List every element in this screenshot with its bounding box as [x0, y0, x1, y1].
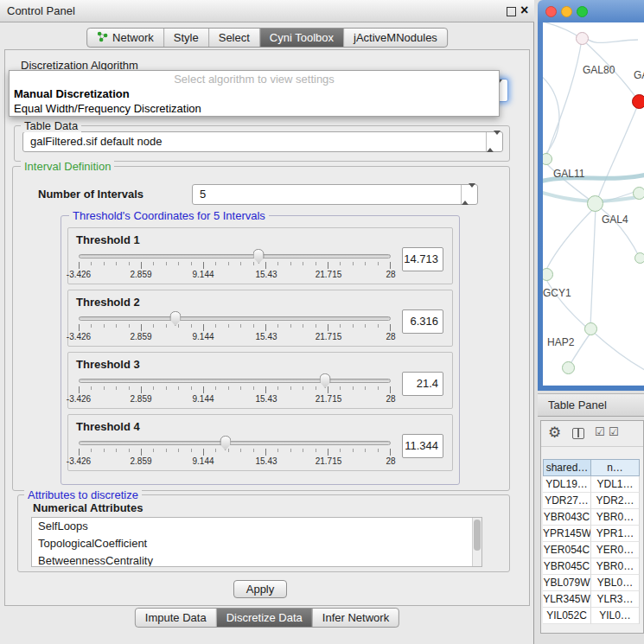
table-row[interactable]: YDL19…YDL1…: [543, 476, 641, 493]
cell[interactable]: YDL1…: [591, 476, 640, 493]
num-intervals-spinner[interactable]: 5: [192, 184, 478, 205]
cell[interactable]: YBR045C: [543, 558, 591, 575]
tab-cyni-toolbox[interactable]: Cyni Toolbox: [259, 29, 343, 47]
scale-label: -3.426: [67, 332, 91, 341]
interval-definition-title: Interval Definition: [21, 160, 114, 173]
slider-track[interactable]: [79, 316, 391, 321]
scale-label: 2.859: [130, 456, 151, 466]
algorithm-placeholder-option[interactable]: Select algorithm to view settings: [10, 73, 499, 86]
scale-label: 21.715: [316, 456, 342, 466]
slider-ticks: [79, 324, 391, 331]
node-label-gcy1[interactable]: GCY1: [543, 287, 571, 299]
table-row[interactable]: YIL052CYIL0…: [543, 608, 641, 624]
scrollbar-thumb[interactable]: [474, 520, 481, 551]
spinner-stepper-icon[interactable]: [461, 185, 477, 204]
table-row[interactable]: YDR27…YDR2…: [543, 493, 641, 509]
network-node[interactable]: [576, 32, 589, 45]
slider-ticks: [79, 386, 391, 393]
table-row[interactable]: YBL079WYBL0…: [543, 575, 641, 591]
gear-icon[interactable]: ⚙: [548, 424, 561, 442]
threshold-2-value-field[interactable]: 6.316: [402, 309, 443, 334]
select-checkbox-icon[interactable]: ☑: [609, 425, 619, 438]
cell[interactable]: YDL19…: [543, 476, 591, 493]
cell[interactable]: YER0…: [591, 542, 640, 558]
apply-button[interactable]: Apply: [233, 580, 287, 598]
tab-style[interactable]: Style: [163, 29, 208, 47]
network-node[interactable]: [587, 195, 603, 212]
cell[interactable]: YPR145W: [543, 526, 591, 542]
column-header-shared-name[interactable]: shared…: [543, 459, 591, 476]
cell[interactable]: YBL0…: [591, 575, 640, 591]
close-traffic-icon[interactable]: [545, 6, 557, 17]
num-intervals-value: 5: [200, 188, 206, 201]
table-row[interactable]: YBR043CYBR0…: [543, 509, 641, 526]
slider-track[interactable]: [79, 254, 391, 258]
network-node[interactable]: [584, 322, 597, 335]
cell[interactable]: YBR0…: [591, 558, 640, 575]
minimize-traffic-icon[interactable]: [561, 6, 572, 17]
cell[interactable]: YBL079W: [543, 575, 591, 591]
network-node[interactable]: [634, 252, 644, 264]
tab-label: jActiveMNodules: [354, 31, 437, 44]
threshold-1-value-field[interactable]: 14.713: [402, 247, 443, 271]
select-all-checkbox-icon[interactable]: ☑: [595, 425, 605, 438]
table-row[interactable]: YER054CYER0…: [543, 542, 641, 558]
cell[interactable]: YDR27…: [543, 493, 591, 509]
network-view-window[interactable]: GAL80 GAL11 GAL4 GCY1 HAP2 GA: [538, 0, 644, 391]
cell[interactable]: YIL052C: [543, 608, 591, 624]
tab-discretize-data[interactable]: Discretize Data: [216, 609, 312, 627]
combobox-stepper-icon[interactable]: [486, 132, 502, 151]
slider-track[interactable]: [79, 379, 391, 383]
threshold-1-slider[interactable]: -3.4262.8599.14415.4321.71528: [79, 254, 391, 282]
tab-impute-data[interactable]: Impute Data: [136, 609, 216, 627]
threshold-3-value-field[interactable]: 21.4: [402, 372, 443, 396]
cell[interactable]: YLR3…: [591, 591, 640, 608]
cell[interactable]: YIL0…: [591, 608, 640, 624]
close-icon[interactable]: ×: [520, 3, 528, 18]
slider-track[interactable]: [79, 441, 391, 445]
node-label-gal11[interactable]: GAL11: [553, 168, 584, 180]
cell[interactable]: YPR1…: [591, 526, 640, 542]
threshold-2-slider[interactable]: -3.4262.8599.14415.4321.71528: [79, 316, 391, 344]
node-label-gal4[interactable]: GAL4: [602, 214, 628, 226]
numerical-attributes-list[interactable]: SelfLoops TopologicalCoefficient Between…: [31, 517, 482, 567]
float-window-icon[interactable]: [507, 7, 516, 16]
network-node[interactable]: [633, 187, 644, 200]
cell[interactable]: YER054C: [543, 542, 591, 558]
network-node[interactable]: [562, 361, 575, 374]
table-row[interactable]: YLR345WYLR3…: [543, 591, 641, 608]
node-label-partial[interactable]: GA: [634, 69, 644, 81]
zoom-traffic-icon[interactable]: [577, 6, 588, 17]
cell[interactable]: YDR2…: [591, 493, 640, 509]
node-label-gal80[interactable]: GAL80: [583, 64, 615, 76]
table-panel-titlebar[interactable]: Table Panel: [538, 393, 644, 417]
threshold-3-slider[interactable]: -3.4262.8599.14415.4321.71528: [79, 379, 391, 406]
table-toolbar: ⚙ ☑ ☑: [541, 421, 643, 447]
threshold-4-value-field[interactable]: 11.344: [402, 434, 443, 458]
network-canvas[interactable]: GAL80 GAL11 GAL4 GCY1 HAP2 GA: [543, 22, 644, 386]
table-data-group-title: Table Data: [21, 119, 81, 132]
list-item[interactable]: TopologicalCoefficient: [32, 535, 481, 552]
numerical-attributes-label: Numerical Attributes: [29, 501, 146, 514]
table-data-combobox[interactable]: galFiltered.sif default node: [22, 131, 503, 152]
tab-select[interactable]: Select: [208, 29, 259, 47]
list-item[interactable]: SelfLoops: [32, 518, 481, 535]
cell[interactable]: YBR0…: [591, 509, 640, 526]
column-header-name[interactable]: n…: [591, 459, 640, 476]
threshold-4-slider[interactable]: -3.4262.8599.14415.4321.71528: [79, 441, 391, 469]
cell[interactable]: YBR043C: [543, 509, 591, 526]
list-scrollbar[interactable]: [472, 518, 481, 566]
list-item[interactable]: BetweennessCentrality: [32, 552, 481, 567]
tab-infer-network[interactable]: Infer Network: [312, 609, 399, 627]
cell[interactable]: YLR345W: [543, 591, 591, 608]
table-row[interactable]: YBR045CYBR0…: [543, 558, 641, 575]
algorithm-option-manual[interactable]: Manual Discretization: [14, 87, 130, 100]
columns-icon[interactable]: [572, 428, 584, 439]
tab-jactivemnodules[interactable]: jActiveMNodules: [343, 29, 447, 47]
control-panel-titlebar[interactable]: [0, 0, 534, 22]
node-label-hap2[interactable]: HAP2: [547, 336, 574, 348]
table-row[interactable]: YPR145WYPR1…: [543, 526, 641, 542]
tab-network[interactable]: Network: [87, 29, 163, 47]
network-node-selected-red[interactable]: [632, 94, 644, 109]
algorithm-option-equal-width[interactable]: Equal Width/Frequency Discretization: [14, 102, 201, 115]
